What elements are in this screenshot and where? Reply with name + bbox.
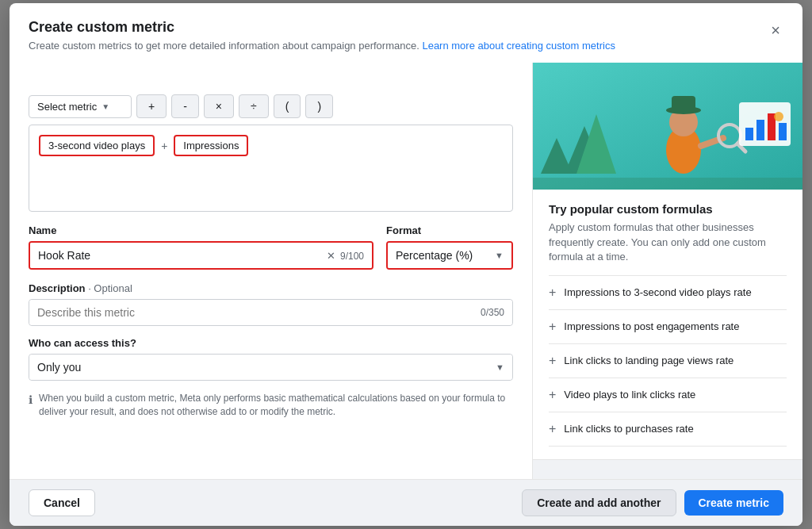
- name-format-row: Name ✕ 9/100 Format Percentage (%): [29, 224, 513, 270]
- svg-point-16: [774, 112, 783, 121]
- close-button[interactable]: ×: [768, 19, 783, 41]
- select-metric-dropdown[interactable]: Select metric ▼: [29, 95, 132, 118]
- operator-open-paren-button[interactable]: (: [274, 94, 301, 118]
- formula-chip-impressions: Impressions: [174, 135, 248, 156]
- add-formula-icon: +: [549, 388, 556, 402]
- popular-formulas-title: Try popular custom formulas: [549, 202, 787, 216]
- name-input[interactable]: [30, 243, 372, 268]
- info-icon: ℹ: [29, 393, 33, 408]
- list-item[interactable]: + Link clicks to landing page views rate: [549, 344, 787, 378]
- description-input[interactable]: [29, 300, 512, 325]
- operator-row: Select metric ▼ + - × ÷ ( ): [29, 94, 513, 118]
- svg-rect-12: [745, 128, 753, 140]
- add-formula-icon: +: [549, 422, 556, 436]
- operator-divide-button[interactable]: ÷: [239, 94, 269, 118]
- name-field: Name ✕ 9/100: [29, 224, 373, 270]
- modal-header: Create custom metric Create custom metri…: [10, 3, 802, 63]
- operator-minus-button[interactable]: -: [171, 94, 199, 118]
- format-field: Format Percentage (%) Number Currency Ra…: [386, 224, 513, 270]
- dropdown-arrow-icon: ▼: [102, 102, 109, 111]
- description-input-wrapper: 0/350: [29, 299, 513, 326]
- operator-close-paren-button[interactable]: ): [305, 94, 333, 118]
- learn-more-link[interactable]: Learn more about creating custom metrics: [422, 40, 615, 52]
- description-counter: 0/350: [481, 307, 504, 318]
- add-formula-icon: +: [549, 354, 556, 368]
- add-formula-icon: +: [549, 320, 556, 334]
- cancel-button[interactable]: Cancel: [29, 489, 95, 516]
- formula-display-area[interactable]: 3-second video plays + Impressions: [29, 125, 513, 212]
- operator-multiply-button[interactable]: ×: [204, 94, 234, 118]
- create-metric-button[interactable]: Create metric: [684, 490, 784, 516]
- svg-rect-13: [756, 120, 764, 140]
- list-item[interactable]: + Impressions to 3-second video plays ra…: [549, 276, 787, 310]
- access-label: Who can access this?: [29, 337, 513, 349]
- modal-subtitle: Create custom metrics to get more detail…: [29, 39, 615, 53]
- description-section: Description · Optional 0/350: [29, 282, 513, 326]
- list-item[interactable]: + Impressions to post engagements rate: [549, 310, 787, 344]
- format-label: Format: [386, 224, 513, 236]
- right-content: Try popular custom formulas Apply custom…: [533, 190, 802, 459]
- svg-rect-15: [779, 123, 787, 140]
- info-note: ℹ When you build a custom metric, Meta o…: [29, 392, 513, 431]
- popular-formulas-description: Apply custom formulas that other busines…: [549, 220, 787, 264]
- list-item[interactable]: + Video plays to link clicks rate: [549, 378, 787, 412]
- svg-rect-17: [533, 178, 802, 190]
- name-label: Name: [29, 224, 373, 236]
- illustration-area: [533, 63, 802, 190]
- modal-body: Select metric ▼ + - × ÷ ( ) 3-second vid…: [10, 63, 802, 479]
- formula-chip-operator: +: [161, 140, 167, 152]
- name-clear-icon[interactable]: ✕: [327, 250, 335, 262]
- list-item[interactable]: + Link clicks to purchases rate: [549, 412, 787, 447]
- name-counter: ✕ 9/100: [327, 250, 364, 262]
- description-label: Description · Optional: [29, 282, 513, 294]
- modal-left-panel: Select metric ▼ + - × ÷ ( ) 3-second vid…: [10, 63, 533, 479]
- access-section: Who can access this? Only you Everyone i…: [29, 337, 513, 381]
- modal-title-block: Create custom metric Create custom metri…: [29, 19, 615, 53]
- modal-footer: Cancel Create and add another Create met…: [10, 479, 802, 526]
- modal-right-panel: Try popular custom formulas Apply custom…: [533, 63, 802, 479]
- name-input-wrapper: ✕ 9/100: [29, 241, 373, 270]
- formula-chips: 3-second video plays + Impressions: [39, 135, 503, 156]
- add-formula-icon: +: [549, 286, 556, 300]
- right-footer: [533, 459, 802, 479]
- footer-right: Create and add another Create metric: [522, 489, 783, 516]
- create-custom-metric-modal: Create custom metric Create custom metri…: [10, 3, 802, 526]
- format-select[interactable]: Percentage (%) Number Currency Ratio: [388, 243, 511, 268]
- format-select-wrapper: Percentage (%) Number Currency Ratio ▼: [386, 241, 513, 270]
- modal-title: Create custom metric: [29, 19, 615, 36]
- access-select[interactable]: Only you Everyone in my ad account: [29, 355, 512, 380]
- svg-rect-7: [672, 96, 695, 112]
- create-and-add-button[interactable]: Create and add another: [522, 489, 676, 516]
- formula-list: + Impressions to 3-second video plays ra…: [549, 275, 787, 447]
- operator-plus-button[interactable]: +: [136, 94, 167, 118]
- access-select-wrapper: Only you Everyone in my ad account ▼: [29, 354, 513, 381]
- footer-left: Cancel: [29, 489, 95, 516]
- formula-chip-video-plays: 3-second video plays: [39, 135, 155, 156]
